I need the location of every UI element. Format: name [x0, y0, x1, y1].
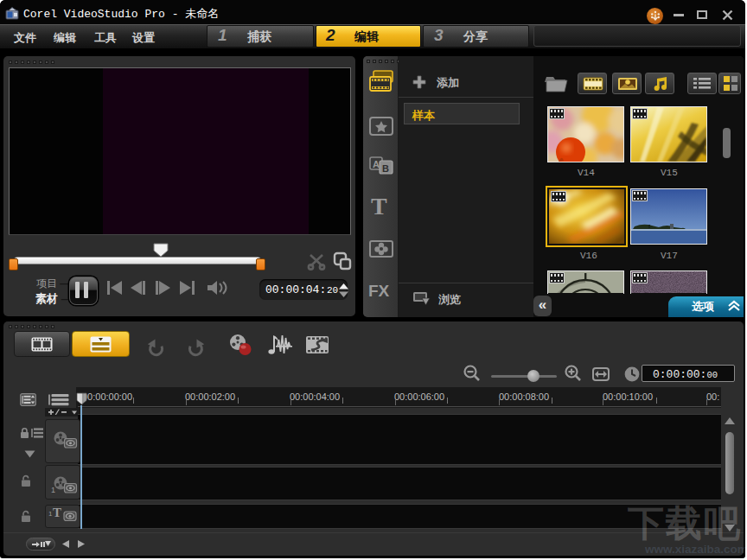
- svg-text:B: B: [382, 163, 389, 174]
- svg-text:1: 1: [51, 486, 55, 494]
- svg-text:A: A: [373, 159, 380, 169]
